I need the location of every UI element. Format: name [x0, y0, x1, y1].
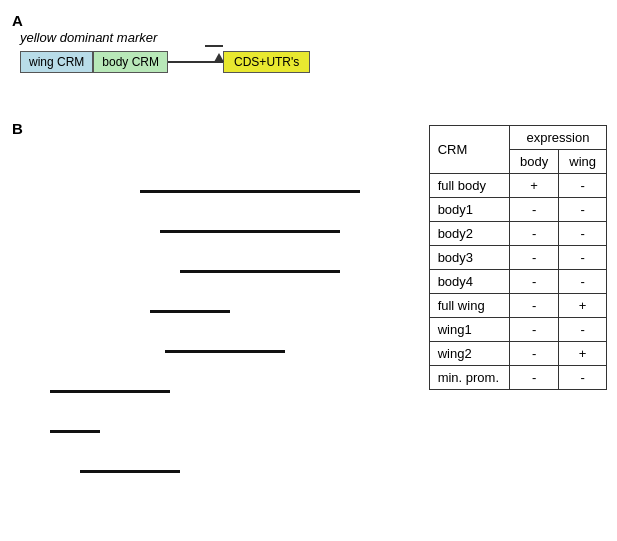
dna-line: [140, 190, 360, 193]
crm-cell: body2: [429, 222, 509, 246]
dna-line: [165, 350, 285, 353]
dna-line: [180, 270, 340, 273]
dna-line: [150, 310, 230, 313]
crm-header: CRM: [429, 126, 509, 174]
crm-cell: min. prom.: [429, 366, 509, 390]
table-row: full wing-+: [429, 294, 606, 318]
body-crm-box: body CRM: [93, 51, 168, 73]
body-cell: -: [510, 366, 559, 390]
dna-line: [160, 230, 340, 233]
wing-cell: -: [559, 198, 607, 222]
wing-cell: +: [559, 342, 607, 366]
crm-cell: body1: [429, 198, 509, 222]
cds-box: CDS+UTR's: [223, 51, 310, 73]
crm-cell: body3: [429, 246, 509, 270]
table-row: full body+-: [429, 174, 606, 198]
expression-table: CRM expression body wing full body+-body…: [429, 125, 607, 390]
arrow-head-icon: [214, 53, 224, 62]
body-cell: -: [510, 270, 559, 294]
body-cell: -: [510, 246, 559, 270]
wing-cell: -: [559, 270, 607, 294]
dna-line: [50, 390, 170, 393]
wing-cell: +: [559, 294, 607, 318]
body-cell: -: [510, 294, 559, 318]
table-row: wing2-+: [429, 342, 606, 366]
lines-diagram: [20, 135, 360, 495]
wing-cell: -: [559, 222, 607, 246]
table-row: body3--: [429, 246, 606, 270]
body-cell: -: [510, 342, 559, 366]
body-header: body: [510, 150, 559, 174]
body-cell: -: [510, 222, 559, 246]
diagram-a: yellow dominant marker wing CRM body CRM…: [20, 30, 310, 73]
table-row: min. prom.--: [429, 366, 606, 390]
data-table: CRM expression body wing full body+-body…: [429, 125, 607, 390]
arrow-tick: [205, 45, 223, 47]
dna-line: [80, 470, 180, 473]
wing-cell: -: [559, 366, 607, 390]
wing-crm-box: wing CRM: [20, 51, 93, 73]
crm-cell: full body: [429, 174, 509, 198]
subtitle: yellow dominant marker: [20, 30, 310, 45]
dna-line: [50, 430, 100, 433]
crm-cell: wing1: [429, 318, 509, 342]
body-cell: -: [510, 318, 559, 342]
table-row: wing1--: [429, 318, 606, 342]
body-cell: +: [510, 174, 559, 198]
table-body: full body+-body1--body2--body3--body4--f…: [429, 174, 606, 390]
body-cell: -: [510, 198, 559, 222]
wing-cell: -: [559, 174, 607, 198]
wing-header: wing: [559, 150, 607, 174]
table-row: body4--: [429, 270, 606, 294]
table-row: body2--: [429, 222, 606, 246]
crm-cell: body4: [429, 270, 509, 294]
crm-cell: full wing: [429, 294, 509, 318]
table-header-row-1: CRM expression: [429, 126, 606, 150]
construct-row: wing CRM body CRM CDS+UTR's: [20, 51, 310, 73]
section-a-label: A: [12, 12, 23, 29]
expression-header: expression: [510, 126, 607, 150]
wing-cell: -: [559, 246, 607, 270]
crm-cell: wing2: [429, 342, 509, 366]
table-row: body1--: [429, 198, 606, 222]
wing-cell: -: [559, 318, 607, 342]
